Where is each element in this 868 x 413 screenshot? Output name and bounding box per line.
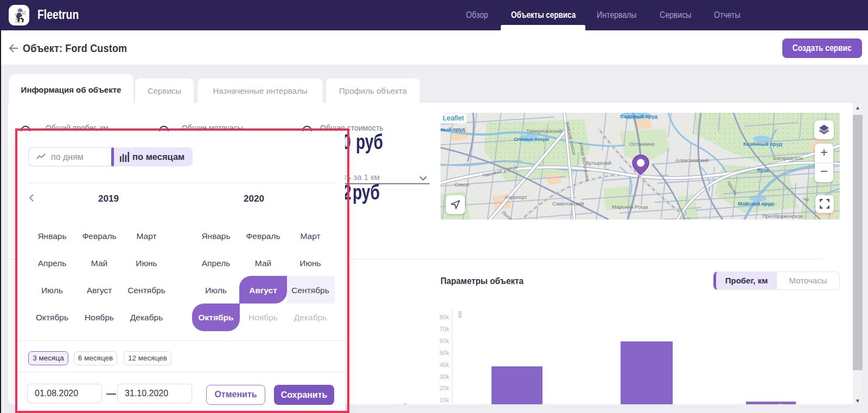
svg-text:Алексеевский: Алексеевский <box>675 157 709 163</box>
svg-text:Останкино: Останкино <box>629 141 655 147</box>
svg-text:Казенный пруд: Казенный пруд <box>743 141 782 147</box>
svg-text:Майский пруд: Майский пруд <box>738 201 774 206</box>
svg-text:Савёловский: Савёловский <box>552 201 584 206</box>
svg-text:Марьина Роща: Марьина Роща <box>612 204 648 210</box>
svg-text:Тимирязевский: Тимирязевский <box>526 128 563 134</box>
svg-text:Сокол: Сокол <box>455 182 469 188</box>
svg-text:Богородское: Богородское <box>773 155 803 161</box>
svg-text:Преображенское: Преображенское <box>762 213 803 219</box>
svg-text:вый пруд: вый пруд <box>441 126 465 132</box>
svg-text:Аэропорт: Аэропорт <box>505 194 527 200</box>
svg-text:Че: Че <box>803 196 809 202</box>
svg-text:Яуза: Яуза <box>757 167 769 173</box>
svg-text:Оленье озеро: Оленье озеро <box>514 136 549 142</box>
svg-text:Садовый пруд: Садовый пруд <box>620 113 658 119</box>
svg-text:Бутырский: Бутырский <box>586 160 611 166</box>
